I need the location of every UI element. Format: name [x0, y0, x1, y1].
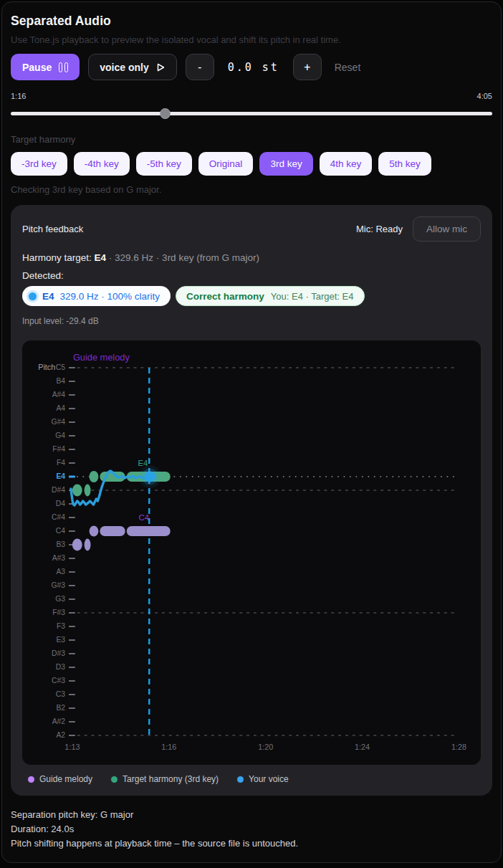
- harmony-target-detail: · 329.6 Hz · 3rd key (from G major): [109, 252, 259, 263]
- harmony-status-detail: You: E4 · Target: E4: [271, 291, 354, 302]
- pause-button-label: Pause: [22, 62, 52, 73]
- svg-text:A4: A4: [56, 404, 65, 412]
- footer-line-1: Duration: 24.0s: [11, 822, 492, 836]
- svg-text:F#4: F#4: [52, 445, 65, 453]
- svg-text:G#4: G#4: [52, 418, 66, 426]
- svg-text:A#3: A#3: [52, 554, 66, 562]
- legend-item-0: Guide melody: [28, 774, 92, 784]
- svg-text:B4: B4: [56, 377, 65, 385]
- pitch-chart-svg: C5B4A#4A4G#4G4F#4F4E4D#4D4C#4C4B3A#3A3G#…: [22, 340, 481, 765]
- seek-slider[interactable]: [11, 108, 492, 119]
- harmony-hint: Checking 3rd key based on G major.: [11, 184, 492, 195]
- svg-text:A#2: A#2: [52, 717, 66, 725]
- total-time: 4:05: [477, 92, 492, 100]
- allow-mic-button[interactable]: Allow mic: [413, 216, 481, 242]
- detected-detail: 329.0 Hz · 100% clarity: [60, 291, 161, 302]
- svg-text:Guide melody: Guide melody: [73, 352, 130, 363]
- harmony-status: Correct harmony: [186, 291, 264, 302]
- separated-audio-panel: Separated Audio Use Tone.js playback to …: [1, 1, 502, 863]
- legend-item-2: Your voice: [237, 774, 289, 784]
- svg-text:C4: C4: [138, 513, 149, 522]
- svg-text:A3: A3: [56, 568, 65, 576]
- svg-text:B3: B3: [56, 540, 65, 548]
- voice-only-label: voice only: [100, 62, 148, 73]
- svg-text:C#3: C#3: [52, 677, 65, 685]
- harmony-key-button-0[interactable]: -3rd key: [11, 152, 67, 176]
- page-subtitle: Use Tone.js playback to preview the isol…: [11, 34, 492, 45]
- detected-label: Detected:: [22, 270, 481, 281]
- harmony-key-button-1[interactable]: -4th key: [74, 152, 130, 176]
- svg-text:E4: E4: [56, 472, 65, 480]
- pause-button[interactable]: Pause: [11, 54, 80, 80]
- pitch-feedback-card: Pitch feedback Mic: Ready Allow mic Harm…: [11, 205, 492, 796]
- svg-text:G4: G4: [55, 431, 65, 439]
- harmony-key-button-2[interactable]: -5th key: [136, 152, 192, 176]
- card-title: Pitch feedback: [22, 224, 83, 234]
- svg-text:C#4: C#4: [52, 513, 65, 521]
- svg-text:F#3: F#3: [52, 609, 65, 616]
- pause-icon: [59, 62, 68, 72]
- harmony-key-button-5[interactable]: 4th key: [320, 152, 373, 176]
- svg-text:C5: C5: [56, 363, 65, 371]
- svg-text:Pitch: Pitch: [38, 363, 55, 371]
- harmony-key-button-4[interactable]: 3rd key: [259, 152, 312, 176]
- svg-text:A#4: A#4: [52, 391, 66, 399]
- seek-track[interactable]: [11, 112, 492, 115]
- svg-text:1:20: 1:20: [258, 743, 273, 751]
- svg-text:G#3: G#3: [52, 581, 66, 589]
- legend-item-1: Target harmony (3rd key): [111, 774, 219, 784]
- svg-text:F3: F3: [57, 622, 65, 630]
- svg-text:1:16: 1:16: [161, 743, 176, 751]
- harmony-key-button-3[interactable]: Original: [198, 152, 254, 176]
- svg-text:D#4: D#4: [52, 486, 65, 494]
- svg-text:D3: D3: [56, 663, 65, 671]
- detected-pitch-badge: E4 329.0 Hz · 100% clarity: [22, 286, 171, 306]
- pitch-up-button[interactable]: +: [293, 54, 322, 80]
- pitch-down-button[interactable]: -: [186, 54, 214, 80]
- svg-text:1:24: 1:24: [355, 743, 370, 751]
- legend-dot-icon: [28, 776, 34, 783]
- svg-text:B2: B2: [56, 704, 65, 712]
- input-level: Input level: -29.4 dB: [22, 316, 481, 326]
- harmony-target-line: Harmony target: E4 · 329.6 Hz · 3rd key …: [22, 252, 481, 263]
- harmony-target-label: Harmony target:: [22, 252, 92, 263]
- pitch-chart: C5B4A#4A4G#4G4F#4F4E4D#4D4C#4C4B3A#3A3G#…: [22, 340, 481, 765]
- footer-notes: Separation pitch key: G majorDuration: 2…: [11, 808, 492, 851]
- time-row: 1:16 4:05: [11, 92, 492, 100]
- svg-text:E3: E3: [56, 636, 65, 644]
- elapsed-time: 1:16: [11, 92, 26, 100]
- svg-text:1:13: 1:13: [64, 743, 80, 751]
- voice-only-button[interactable]: voice only: [88, 54, 176, 80]
- svg-text:A2: A2: [56, 731, 65, 739]
- target-harmony-label: Target harmony: [11, 134, 492, 145]
- harmony-status-badge: Correct harmony You: E4 · Target: E4: [176, 286, 364, 306]
- harmony-key-button-6[interactable]: 5th key: [378, 152, 431, 176]
- harmony-key-list: -3rd key-4th key-5th keyOriginal3rd key4…: [11, 152, 492, 176]
- detected-note: E4: [42, 291, 54, 302]
- play-outline-icon: [155, 62, 166, 72]
- footer-line-2: Pitch shifting happens at playback time …: [11, 836, 492, 851]
- legend-dot-icon: [237, 776, 244, 783]
- mic-status: Mic: Ready: [356, 224, 403, 234]
- svg-text:C3: C3: [56, 690, 65, 698]
- footer-line-0: Separation pitch key: G major: [11, 808, 492, 822]
- pitch-dot-icon: [29, 292, 37, 300]
- seek-thumb[interactable]: [160, 108, 171, 119]
- svg-text:F4: F4: [57, 459, 65, 467]
- svg-text:1:28: 1:28: [451, 743, 466, 751]
- chart-legend: Guide melodyTarget harmony (3rd key)Your…: [22, 774, 481, 784]
- semitone-value: 0.0 st: [223, 61, 284, 74]
- svg-text:D4: D4: [56, 500, 65, 507]
- svg-text:C4: C4: [56, 527, 65, 535]
- page-title: Separated Audio: [11, 14, 492, 29]
- svg-text:G3: G3: [55, 595, 65, 603]
- legend-dot-icon: [111, 776, 118, 783]
- svg-text:D#3: D#3: [52, 649, 65, 657]
- transport-controls: Pause voice only - 0.0 st + Reset: [11, 54, 492, 80]
- harmony-target-note: E4: [95, 252, 107, 263]
- reset-button[interactable]: Reset: [330, 59, 365, 76]
